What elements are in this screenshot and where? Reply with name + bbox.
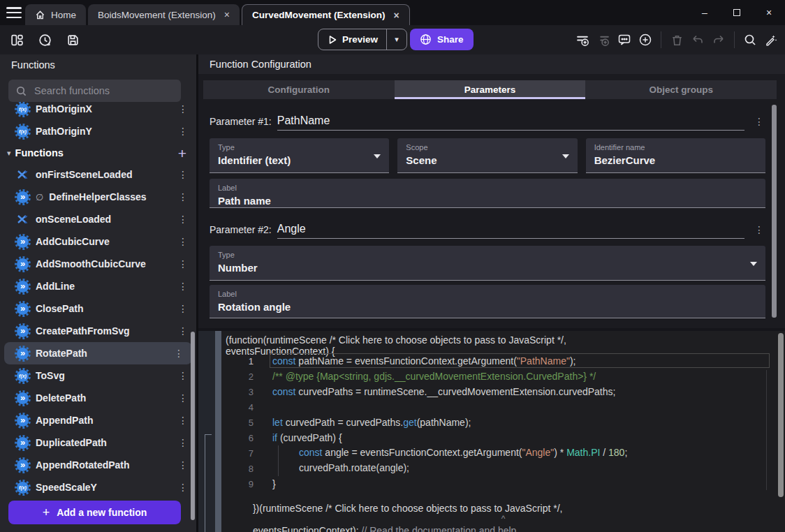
item-menu-icon[interactable]: ⋮ — [178, 191, 188, 202]
item-menu-icon[interactable]: ⋮ — [178, 126, 188, 137]
item-menu-icon[interactable]: ⋮ — [178, 437, 188, 448]
item-menu-icon[interactable]: ⋮ — [178, 370, 188, 381]
function-item-addcubiccurve[interactable]: »AddCubicCurve⋮ — [0, 230, 196, 253]
functions-list: f(x)PathOriginX⋮f(x)PathOriginY⋮▾Functio… — [0, 102, 196, 497]
preview-dropdown-icon[interactable]: ▾ — [387, 35, 406, 44]
field-identifier-name[interactable]: Identifier nameBezierCurve — [586, 138, 765, 173]
item-menu-icon[interactable]: ⋮ — [178, 392, 188, 404]
collapse-arrow-icon[interactable]: ▾ — [7, 149, 11, 158]
functions-section-header[interactable]: ▾Functions+ — [0, 142, 196, 163]
chevron-down-icon[interactable] — [562, 154, 569, 158]
trash-icon[interactable] — [668, 31, 685, 48]
function-action-icon: » — [17, 348, 29, 360]
add-comment-icon[interactable] — [616, 31, 633, 48]
item-menu-icon[interactable]: ⋮ — [178, 325, 188, 337]
item-menu-icon[interactable]: ⋮ — [178, 415, 188, 426]
parameter-name-input[interactable]: PathName — [277, 114, 744, 131]
function-item-addline[interactable]: »AddLine⋮ — [0, 275, 196, 297]
field-label[interactable]: LabelPath name — [210, 179, 765, 208]
chevron-down-icon[interactable] — [374, 154, 381, 158]
tab-close-icon[interactable]: × — [224, 10, 230, 20]
add-subevent-icon[interactable] — [595, 31, 612, 48]
code-footer-line2[interactable]: eventsFunctionContext); — [253, 525, 362, 532]
code-editor[interactable]: (function(runtimeScene /* Click here to … — [221, 331, 785, 532]
function-name: PathOriginY — [36, 126, 92, 137]
search-functions-input[interactable] — [33, 84, 174, 97]
item-menu-icon[interactable]: ⋮ — [178, 103, 188, 114]
function-item-appendrotatedpath[interactable]: »AppendRotatedPath⋮ — [0, 454, 196, 476]
minimize-button[interactable]: – — [689, 7, 721, 18]
function-item-pathoriginx[interactable]: f(x)PathOriginX⋮ — [0, 102, 196, 120]
field-type[interactable]: TypeIdentifier (text) — [210, 138, 389, 173]
field-type[interactable]: TypeNumber — [210, 246, 765, 281]
function-item-createpathfromsvg[interactable]: »CreatePathFromSvg⋮ — [0, 320, 196, 342]
maximize-button[interactable] — [721, 7, 753, 18]
line-number: 3 — [221, 387, 254, 397]
field-value: Path name — [218, 195, 757, 207]
item-menu-icon[interactable]: ⋮ — [178, 214, 188, 225]
item-menu-icon[interactable]: ⋮ — [178, 482, 188, 493]
preview-button[interactable]: Preview ▾ — [318, 29, 407, 50]
parameter-name-input[interactable]: Angle — [277, 223, 744, 239]
project-manager-icon[interactable] — [8, 31, 25, 48]
function-expression-icon: f(x) — [17, 103, 29, 115]
code-editor-scrollbar[interactable] — [778, 333, 784, 497]
function-item-definehelperclasses[interactable]: »∅DefineHelperClasses⋮ — [0, 186, 196, 208]
search-icon[interactable] — [742, 31, 758, 48]
item-menu-icon[interactable]: ⋮ — [178, 303, 188, 314]
parameter-menu-icon[interactable]: ⋮ — [744, 224, 765, 239]
function-item-speedscaley[interactable]: f(x)SpeedScaleY⋮ — [0, 476, 196, 497]
collapse-hint[interactable]: ^ — [221, 514, 785, 524]
parameters-scrollbar[interactable] — [772, 105, 777, 318]
item-menu-icon[interactable]: ⋮ — [178, 281, 188, 292]
sidebar-scrollbar[interactable] — [191, 332, 195, 520]
add-function-label: Add a new function — [57, 507, 147, 518]
function-item-appendpath[interactable]: »AppendPath⋮ — [0, 409, 196, 431]
documentation-link[interactable]: Read the documentation and help — [369, 525, 516, 532]
add-event-icon[interactable] — [574, 31, 591, 48]
chevron-down-icon[interactable] — [750, 262, 757, 266]
add-circle-icon[interactable] — [637, 31, 654, 48]
close-button[interactable]: × — [753, 7, 785, 18]
add-section-function-icon[interactable]: + — [178, 146, 186, 161]
save-icon[interactable] — [64, 31, 81, 48]
parameter-number-label: Parameter #2: — [210, 224, 277, 239]
tab-close-icon[interactable]: × — [394, 10, 399, 20]
item-menu-icon[interactable]: ⋮ — [178, 258, 188, 269]
tab-object-groups[interactable]: Object groups — [585, 80, 777, 99]
panel-title: Function Configuration — [198, 54, 785, 74]
history-icon[interactable] — [36, 31, 53, 48]
function-item-addsmoothcubiccurve[interactable]: »AddSmoothCubicCurve⋮ — [0, 253, 196, 275]
undo-icon[interactable] — [689, 31, 706, 48]
redo-icon[interactable] — [710, 31, 727, 48]
function-item-onfirstsceneloaded[interactable]: onFirstSceneLoaded⋮ — [0, 163, 196, 186]
function-item-pathoriginy[interactable]: f(x)PathOriginY⋮ — [0, 120, 196, 142]
line-number: 5 — [221, 418, 254, 428]
item-menu-icon[interactable]: ⋮ — [178, 236, 188, 247]
editor-tab-curvedmovement-extension-[interactable]: CurvedMovement (Extension)× — [242, 4, 410, 25]
code-footer-line1[interactable]: })(runtimeScene /* Click here to choose … — [253, 503, 563, 514]
item-menu-icon[interactable]: ⋮ — [174, 348, 184, 359]
item-menu-icon[interactable]: ⋮ — [178, 169, 188, 180]
tab-parameters[interactable]: Parameters — [395, 80, 586, 99]
field-label[interactable]: LabelRotation angle — [210, 285, 765, 318]
function-item-tosvg[interactable]: f(x)ToSvg⋮ — [0, 364, 196, 387]
event-drag-handle[interactable] — [215, 331, 221, 532]
editor-tab-boidsmovement-extension-[interactable]: BoidsMovement (Extension)× — [88, 4, 240, 25]
item-menu-icon[interactable]: ⋮ — [178, 459, 188, 471]
function-item-closepath[interactable]: »ClosePath⋮ — [0, 297, 196, 320]
share-button[interactable]: Share — [410, 29, 474, 50]
parameter-menu-icon[interactable]: ⋮ — [744, 116, 765, 131]
main-menu-icon[interactable] — [6, 7, 22, 18]
magic-wand-icon[interactable] — [763, 31, 779, 48]
search-functions-box[interactable] — [8, 80, 181, 102]
function-item-rotatepath[interactable]: »RotatePath⋮ — [4, 342, 192, 364]
function-item-deletepath[interactable]: »DeletePath⋮ — [0, 387, 196, 409]
field-scope[interactable]: ScopeScene — [397, 138, 577, 173]
function-item-onsceneloaded[interactable]: onSceneLoaded⋮ — [0, 208, 196, 230]
field-label: Type — [218, 143, 381, 152]
tab-configuration[interactable]: Configuration — [203, 80, 395, 99]
function-item-duplicatedpath[interactable]: »DuplicatedPath⋮ — [0, 431, 196, 454]
editor-tab-home[interactable]: Home — [25, 4, 86, 25]
add-function-button[interactable]: + Add a new function — [8, 501, 181, 524]
